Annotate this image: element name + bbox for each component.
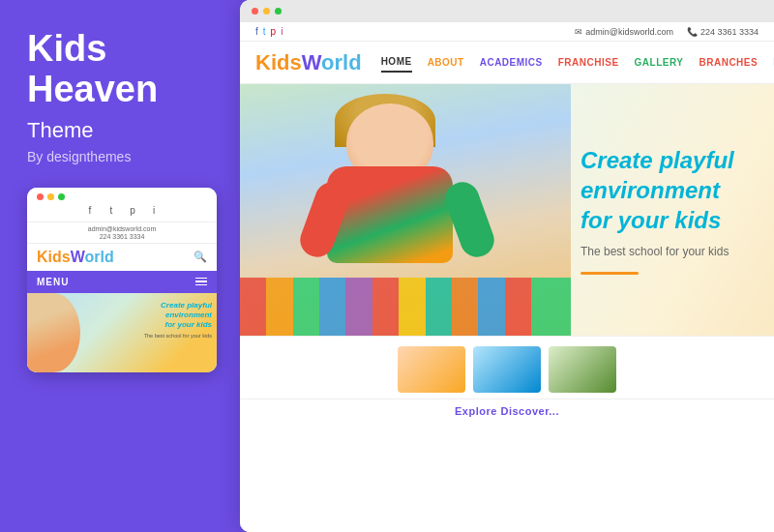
mobile-social-bar: f t p i — [27, 200, 217, 222]
mobile-dot-yellow — [47, 193, 54, 200]
logo-w-span: W — [302, 50, 321, 74]
mobile-hero-child — [27, 293, 80, 372]
nav-home[interactable]: HOME — [381, 52, 412, 73]
theme-by: By designthemes — [27, 149, 213, 164]
browser-body: f t p i ✉ admin@kidsworld.com 📞 224 3361… — [240, 22, 774, 532]
phone-icon: 📞 — [687, 27, 698, 37]
mobile-menu-label: MENU — [37, 277, 69, 287]
mobile-logo: KidsWorld — [37, 249, 114, 266]
thumbnail-2[interactable] — [473, 346, 541, 393]
theme-subtitle: Theme — [27, 118, 213, 143]
site-pinterest-icon[interactable]: p — [271, 26, 277, 37]
site-hero: Create playful environment for your kids… — [240, 84, 774, 336]
browser-chrome — [240, 0, 774, 22]
mobile-contact-bar: admin@kidsworld.com 224 3361 3334 — [27, 222, 217, 244]
mobile-window-chrome — [27, 188, 217, 200]
mobile-email: admin@kidsworld.com — [88, 225, 157, 232]
child-body — [327, 166, 453, 263]
nav-about[interactable]: ABOUT — [428, 53, 464, 72]
mobile-phone: 224 3361 3334 — [100, 233, 145, 240]
instagram-icon: i — [147, 204, 161, 218]
browser-dot-green — [275, 8, 282, 15]
mobile-hero-image: Create playfulenvironmentfor your kids T… — [27, 293, 217, 372]
mobile-dot-green — [58, 193, 65, 200]
site-top-bar: f t p i ✉ admin@kidsworld.com 📞 224 3361… — [240, 22, 774, 42]
logo-kids-text: Kids — [37, 249, 71, 265]
hero-subtext: The best school for your kids — [580, 245, 755, 258]
thumbnails-row — [240, 336, 774, 399]
nav-franchise[interactable]: FRANCHISE — [558, 53, 619, 72]
left-panel: Kids Heaven Theme By designthemes f t p … — [0, 0, 240, 532]
site-social-icons: f t p i — [255, 26, 283, 37]
site-phone-text: 224 3361 3334 — [700, 27, 759, 37]
site-logo: KidsWorld — [255, 50, 362, 75]
logo-world-span: orld — [321, 50, 362, 74]
mobile-logo-row: KidsWorld 🔍 — [27, 244, 217, 271]
mobile-menu-bar[interactable]: MENU — [27, 271, 217, 293]
mobile-hero-headline: Create playfulenvironmentfor your kids — [144, 301, 212, 331]
nav-gallery[interactable]: GALLERY — [635, 53, 684, 72]
site-email-contact: ✉ admin@kidsworld.com — [575, 27, 673, 37]
hero-blocks — [240, 278, 571, 336]
hero-text-panel: Create playful environment for your kids… — [571, 84, 774, 336]
mobile-hero: Create playfulenvironmentfor your kids T… — [27, 293, 217, 372]
site-instagram-icon[interactable]: i — [281, 26, 283, 37]
site-nav: KidsWorld HOME ABOUT ACADEMICS FRANCHISE… — [240, 42, 774, 84]
site-twitter-icon[interactable]: t — [263, 26, 266, 37]
mobile-hero-text: Create playfulenvironmentfor your kids T… — [144, 301, 212, 339]
twitter-icon: t — [104, 204, 118, 218]
browser-dot-yellow — [263, 8, 270, 15]
thumbnail-1[interactable] — [398, 346, 465, 393]
nav-branches[interactable]: BRANCHES — [700, 53, 759, 72]
mobile-search-icon[interactable]: 🔍 — [194, 251, 207, 263]
pinterest-icon: p — [126, 204, 139, 218]
hero-headline: Create playful environment for your kids — [580, 145, 755, 236]
site-footer-strip: Explore Discover... — [240, 399, 774, 423]
site-email-text: admin@kidsworld.com — [585, 27, 673, 37]
thumbnail-3[interactable] — [549, 346, 616, 393]
site-phone-contact: 📞 224 3361 3334 — [687, 27, 759, 37]
theme-title: Kids Heaven — [27, 29, 213, 110]
hero-background: Create playful environment for your kids… — [240, 84, 774, 336]
envelope-icon: ✉ — [575, 27, 582, 37]
logo-kids-span: Kids — [255, 50, 302, 74]
mobile-hero-subtext: The best school for your kids — [144, 333, 212, 339]
browser-panel: f t p i ✉ admin@kidsworld.com 📞 224 3361… — [240, 0, 774, 532]
logo-world-text: orld — [84, 249, 113, 265]
nav-items: HOME ABOUT ACADEMICS FRANCHISE GALLERY B… — [381, 52, 774, 73]
site-facebook-icon[interactable]: f — [255, 26, 258, 37]
browser-dot-red — [252, 8, 258, 15]
facebook-icon: f — [83, 204, 97, 218]
mobile-preview: f t p i admin@kidsworld.com 224 3361 333… — [27, 188, 217, 372]
hero-underline — [580, 272, 639, 275]
logo-w-text: W — [71, 249, 85, 265]
hero-image-area — [240, 84, 571, 336]
nav-academics[interactable]: ACADEMICS — [480, 53, 543, 72]
hamburger-icon[interactable] — [195, 278, 207, 286]
mobile-dot-red — [37, 193, 44, 200]
